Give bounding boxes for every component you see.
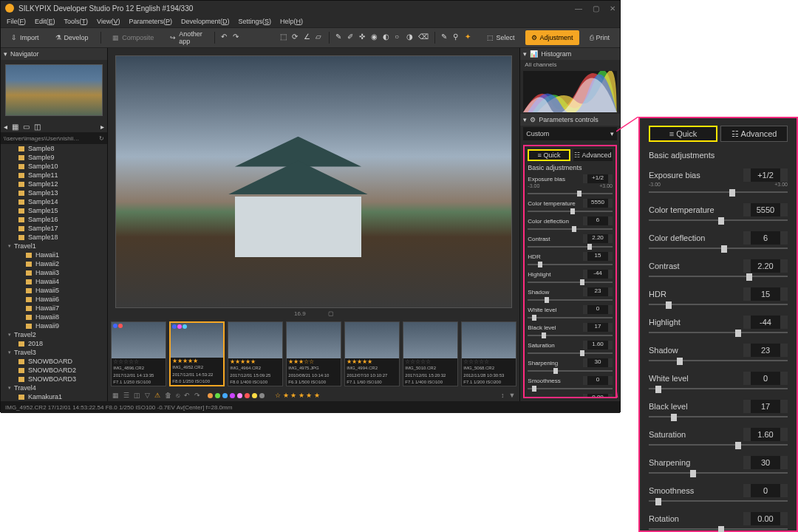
adj-value[interactable]: 1.60 [583, 341, 613, 349]
tree-item[interactable]: Hawaii1 [1, 250, 107, 259]
adj-slider[interactable] [528, 191, 613, 196]
chevron-down-icon[interactable]: ▾ [523, 116, 527, 123]
adj-value[interactable]: 0 [583, 305, 613, 314]
tree-item[interactable]: Sample14 [1, 197, 107, 206]
tree-item[interactable]: Hawaii6 [1, 295, 107, 304]
close-icon[interactable]: ✕ [610, 4, 615, 13]
adj-slider[interactable] [528, 351, 613, 355]
menu-item[interactable]: Help(H) [280, 18, 303, 25]
menu-item[interactable]: Parameters(P) [129, 18, 172, 25]
tree-item[interactable]: Sample9 [1, 153, 107, 162]
color-label[interactable] [215, 393, 220, 398]
tree-item[interactable]: Sample10 [1, 162, 107, 171]
adj-slider[interactable] [528, 227, 613, 231]
preset-selector[interactable]: Custom▾ [523, 127, 617, 140]
radial-icon[interactable]: ○ [395, 33, 402, 43]
adj-slider[interactable] [528, 369, 613, 373]
adj-slider[interactable] [528, 333, 613, 338]
adj-value[interactable]: +1/2 [743, 168, 788, 182]
tree-item[interactable]: Hawaii3 [1, 268, 107, 277]
clone-icon[interactable]: ◉ [371, 33, 378, 43]
undo-icon[interactable]: ↶ [221, 33, 228, 43]
rating[interactable]: ★★★★★ [171, 358, 223, 364]
tree-item[interactable]: Hawaii9 [1, 321, 107, 330]
tree-item[interactable]: SNOWBOARD [1, 357, 107, 366]
rating[interactable]: ★★★★★ [345, 358, 399, 365]
tree-item[interactable]: Sample17 [1, 224, 107, 233]
tree-item[interactable]: SNOWBOARD3 [1, 375, 107, 383]
redo-icon[interactable]: ↷ [233, 33, 240, 43]
adj-slider[interactable] [649, 190, 788, 197]
chevron-down-icon[interactable]: ▾ [4, 50, 7, 58]
adj-slider[interactable] [528, 316, 613, 320]
compare-icon[interactable]: ◫ [134, 392, 140, 399]
adj-slider[interactable] [649, 358, 788, 366]
nav-grid-icon[interactable]: ▦ [12, 123, 18, 131]
menu-item[interactable]: View(V) [97, 18, 120, 25]
refresh-icon[interactable]: ↻ [99, 135, 104, 142]
picker-icon[interactable]: ⚲ [453, 33, 460, 43]
adj-value[interactable]: 5550 [743, 203, 788, 216]
color-label[interactable] [208, 393, 213, 398]
filmstrip-item[interactable]: ★★★★★ IMG_4994.CR2 2012/07/10 10:10:27 F… [344, 321, 400, 386]
color-label[interactable] [222, 393, 228, 398]
heal-icon[interactable]: ✜ [359, 33, 366, 43]
rating[interactable]: ☆☆☆☆☆ [112, 358, 166, 365]
adj-slider[interactable] [528, 209, 613, 214]
nav-left-icon[interactable]: ◂ [4, 123, 7, 131]
mask-icon[interactable]: ◑ [406, 33, 414, 43]
rating[interactable]: ☆☆☆☆☆ [462, 358, 516, 365]
filmstrip-item[interactable]: ★★★★★ IMG_4964.CR2 2017/12/01 15:09:25 F… [228, 321, 283, 386]
rotate-icon[interactable]: ⟳ [292, 33, 299, 43]
tree-item[interactable]: Sample18 [1, 233, 107, 242]
adjustment-button[interactable]: ⚙Adjustment [525, 30, 579, 45]
image-viewer[interactable] [108, 48, 519, 308]
tree-item[interactable]: Kamakura1 [1, 392, 107, 401]
chevron-down-icon[interactable]: ▾ [523, 50, 527, 58]
adj-value[interactable]: 0 [583, 376, 613, 385]
pen-icon[interactable]: ✎ [441, 33, 449, 43]
adj-value[interactable]: 2.20 [583, 234, 613, 243]
menu-item[interactable]: Tools(T) [64, 18, 89, 25]
brush2-icon[interactable]: ✐ [347, 33, 355, 43]
grad-icon[interactable]: ◐ [383, 33, 390, 43]
filter-icon[interactable]: ▽ [145, 392, 150, 399]
color-label[interactable] [245, 393, 250, 398]
tab-quick-zoom[interactable]: ≡ Quick [649, 126, 717, 142]
nav-right-icon[interactable]: ▸ [100, 123, 104, 131]
adj-value[interactable]: 30 [743, 456, 788, 469]
adj-slider[interactable] [528, 386, 613, 391]
adj-value[interactable]: 23 [583, 287, 613, 296]
tree-item[interactable]: Travel2 [1, 330, 107, 339]
adj-slider[interactable] [649, 274, 788, 282]
menu-item[interactable]: File(F) [7, 18, 26, 25]
adj-value[interactable]: 0 [743, 484, 788, 497]
maximize-icon[interactable]: ▢ [593, 4, 599, 13]
tab-advanced-zoom[interactable]: ☷ Advanced [720, 126, 788, 142]
folder-path[interactable]: \\server\images\User\nishii… ↻ [1, 132, 107, 144]
tree-item[interactable]: Sample16 [1, 215, 107, 224]
minimize-icon[interactable]: — [575, 4, 582, 13]
tree-item[interactable]: Hawaii5 [1, 286, 107, 295]
tree-item[interactable]: Sample12 [1, 180, 107, 188]
star-tool-icon[interactable]: ✦ [465, 33, 472, 43]
color-label[interactable] [237, 393, 242, 398]
rotate-r-icon[interactable]: ↷ [194, 392, 200, 399]
tree-item[interactable]: Sample13 [1, 188, 107, 197]
another-app-button[interactable]: ↪Another app [164, 30, 208, 45]
menu-item[interactable]: Settings(S) [238, 18, 271, 25]
erase-icon[interactable]: ⌫ [418, 33, 429, 43]
adj-value[interactable]: 23 [743, 344, 788, 357]
adj-value[interactable]: 17 [583, 323, 613, 332]
adj-value[interactable]: 5550 [583, 199, 613, 208]
tab-advanced[interactable]: ☷ Advanced [573, 149, 613, 161]
adj-slider[interactable] [649, 471, 788, 478]
straighten-icon[interactable]: ∠ [304, 33, 311, 43]
rating[interactable]: ★★★☆☆ [287, 358, 341, 365]
adj-slider[interactable] [649, 443, 788, 450]
folder-tree[interactable]: Sample8Sample9Sample10Sample11Sample12Sa… [1, 144, 107, 401]
adj-value[interactable]: +1/2 [583, 174, 613, 183]
tree-item[interactable]: Travel1 [1, 242, 107, 250]
adj-value[interactable]: 6 [743, 231, 788, 245]
perspective-icon[interactable]: ▱ [316, 33, 323, 43]
